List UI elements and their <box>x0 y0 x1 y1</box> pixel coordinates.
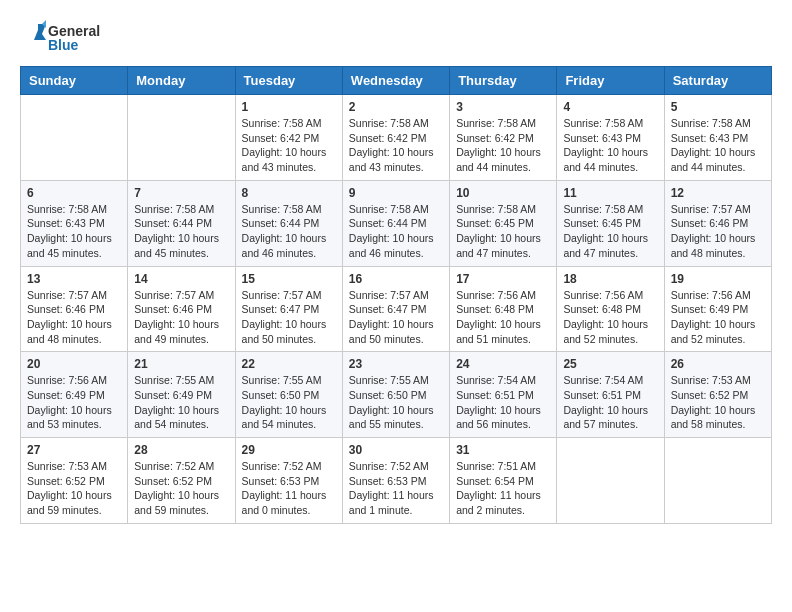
daylight: Daylight: 10 hours and 55 minutes. <box>349 404 434 431</box>
logo-svg: General Blue <box>20 20 110 56</box>
day-info: Sunrise: 7:58 AM Sunset: 6:45 PM Dayligh… <box>456 202 550 261</box>
day-info: Sunrise: 7:58 AM Sunset: 6:42 PM Dayligh… <box>242 116 336 175</box>
daylight: Daylight: 11 hours and 1 minute. <box>349 489 434 516</box>
sunrise: Sunrise: 7:54 AM <box>563 374 643 386</box>
svg-marker-2 <box>34 24 46 40</box>
day-number: 30 <box>349 443 443 457</box>
sunrise: Sunrise: 7:57 AM <box>349 289 429 301</box>
day-number: 11 <box>563 186 657 200</box>
sunrise: Sunrise: 7:54 AM <box>456 374 536 386</box>
calendar-cell <box>21 95 128 181</box>
calendar-cell: 9 Sunrise: 7:58 AM Sunset: 6:44 PM Dayli… <box>342 180 449 266</box>
calendar-week-5: 27 Sunrise: 7:53 AM Sunset: 6:52 PM Dayl… <box>21 438 772 524</box>
weekday-header-friday: Friday <box>557 67 664 95</box>
day-info: Sunrise: 7:53 AM Sunset: 6:52 PM Dayligh… <box>671 373 765 432</box>
day-info: Sunrise: 7:54 AM Sunset: 6:51 PM Dayligh… <box>456 373 550 432</box>
daylight: Daylight: 10 hours and 45 minutes. <box>27 232 112 259</box>
sunset: Sunset: 6:49 PM <box>27 389 105 401</box>
calendar-week-1: 1 Sunrise: 7:58 AM Sunset: 6:42 PM Dayli… <box>21 95 772 181</box>
sunset: Sunset: 6:52 PM <box>134 475 212 487</box>
calendar-week-2: 6 Sunrise: 7:58 AM Sunset: 6:43 PM Dayli… <box>21 180 772 266</box>
calendar-cell: 22 Sunrise: 7:55 AM Sunset: 6:50 PM Dayl… <box>235 352 342 438</box>
sunset: Sunset: 6:45 PM <box>563 217 641 229</box>
day-number: 6 <box>27 186 121 200</box>
sunset: Sunset: 6:54 PM <box>456 475 534 487</box>
sunrise: Sunrise: 7:58 AM <box>456 117 536 129</box>
calendar-cell: 4 Sunrise: 7:58 AM Sunset: 6:43 PM Dayli… <box>557 95 664 181</box>
day-info: Sunrise: 7:56 AM Sunset: 6:48 PM Dayligh… <box>456 288 550 347</box>
daylight: Daylight: 10 hours and 49 minutes. <box>134 318 219 345</box>
daylight: Daylight: 11 hours and 0 minutes. <box>242 489 327 516</box>
daylight: Daylight: 10 hours and 51 minutes. <box>456 318 541 345</box>
day-info: Sunrise: 7:57 AM Sunset: 6:47 PM Dayligh… <box>242 288 336 347</box>
calendar-cell: 6 Sunrise: 7:58 AM Sunset: 6:43 PM Dayli… <box>21 180 128 266</box>
day-info: Sunrise: 7:58 AM Sunset: 6:44 PM Dayligh… <box>242 202 336 261</box>
weekday-header-sunday: Sunday <box>21 67 128 95</box>
day-info: Sunrise: 7:58 AM Sunset: 6:43 PM Dayligh… <box>671 116 765 175</box>
calendar-cell: 1 Sunrise: 7:58 AM Sunset: 6:42 PM Dayli… <box>235 95 342 181</box>
sunrise: Sunrise: 7:57 AM <box>27 289 107 301</box>
sunset: Sunset: 6:51 PM <box>563 389 641 401</box>
sunset: Sunset: 6:47 PM <box>242 303 320 315</box>
day-number: 14 <box>134 272 228 286</box>
day-info: Sunrise: 7:57 AM Sunset: 6:47 PM Dayligh… <box>349 288 443 347</box>
daylight: Daylight: 10 hours and 43 minutes. <box>349 146 434 173</box>
daylight: Daylight: 10 hours and 53 minutes. <box>27 404 112 431</box>
daylight: Daylight: 10 hours and 48 minutes. <box>671 232 756 259</box>
day-number: 28 <box>134 443 228 457</box>
logo: General Blue <box>20 20 110 56</box>
weekday-header-saturday: Saturday <box>664 67 771 95</box>
daylight: Daylight: 10 hours and 44 minutes. <box>671 146 756 173</box>
day-info: Sunrise: 7:57 AM Sunset: 6:46 PM Dayligh… <box>134 288 228 347</box>
day-info: Sunrise: 7:58 AM Sunset: 6:43 PM Dayligh… <box>27 202 121 261</box>
day-number: 20 <box>27 357 121 371</box>
daylight: Daylight: 10 hours and 57 minutes. <box>563 404 648 431</box>
daylight: Daylight: 10 hours and 50 minutes. <box>349 318 434 345</box>
calendar-cell: 25 Sunrise: 7:54 AM Sunset: 6:51 PM Dayl… <box>557 352 664 438</box>
day-number: 24 <box>456 357 550 371</box>
sunset: Sunset: 6:50 PM <box>242 389 320 401</box>
sunrise: Sunrise: 7:58 AM <box>242 203 322 215</box>
daylight: Daylight: 10 hours and 56 minutes. <box>456 404 541 431</box>
sunset: Sunset: 6:42 PM <box>242 132 320 144</box>
sunrise: Sunrise: 7:52 AM <box>242 460 322 472</box>
day-number: 16 <box>349 272 443 286</box>
sunset: Sunset: 6:42 PM <box>349 132 427 144</box>
sunset: Sunset: 6:48 PM <box>563 303 641 315</box>
sunrise: Sunrise: 7:56 AM <box>563 289 643 301</box>
day-info: Sunrise: 7:55 AM Sunset: 6:50 PM Dayligh… <box>349 373 443 432</box>
sunrise: Sunrise: 7:56 AM <box>27 374 107 386</box>
weekday-header-wednesday: Wednesday <box>342 67 449 95</box>
sunset: Sunset: 6:53 PM <box>349 475 427 487</box>
sunrise: Sunrise: 7:58 AM <box>563 203 643 215</box>
sunset: Sunset: 6:46 PM <box>134 303 212 315</box>
calendar-cell: 18 Sunrise: 7:56 AM Sunset: 6:48 PM Dayl… <box>557 266 664 352</box>
sunrise: Sunrise: 7:58 AM <box>242 117 322 129</box>
calendar-cell: 31 Sunrise: 7:51 AM Sunset: 6:54 PM Dayl… <box>450 438 557 524</box>
daylight: Daylight: 10 hours and 50 minutes. <box>242 318 327 345</box>
calendar-cell: 27 Sunrise: 7:53 AM Sunset: 6:52 PM Dayl… <box>21 438 128 524</box>
sunset: Sunset: 6:53 PM <box>242 475 320 487</box>
sunrise: Sunrise: 7:53 AM <box>671 374 751 386</box>
calendar-cell: 11 Sunrise: 7:58 AM Sunset: 6:45 PM Dayl… <box>557 180 664 266</box>
calendar-cell: 3 Sunrise: 7:58 AM Sunset: 6:42 PM Dayli… <box>450 95 557 181</box>
daylight: Daylight: 10 hours and 45 minutes. <box>134 232 219 259</box>
calendar-week-3: 13 Sunrise: 7:57 AM Sunset: 6:46 PM Dayl… <box>21 266 772 352</box>
day-number: 13 <box>27 272 121 286</box>
weekday-header-monday: Monday <box>128 67 235 95</box>
sunrise: Sunrise: 7:55 AM <box>349 374 429 386</box>
day-info: Sunrise: 7:53 AM Sunset: 6:52 PM Dayligh… <box>27 459 121 518</box>
sunrise: Sunrise: 7:57 AM <box>671 203 751 215</box>
calendar-cell: 10 Sunrise: 7:58 AM Sunset: 6:45 PM Dayl… <box>450 180 557 266</box>
sunset: Sunset: 6:47 PM <box>349 303 427 315</box>
day-info: Sunrise: 7:52 AM Sunset: 6:53 PM Dayligh… <box>242 459 336 518</box>
day-info: Sunrise: 7:58 AM Sunset: 6:42 PM Dayligh… <box>349 116 443 175</box>
calendar-cell: 8 Sunrise: 7:58 AM Sunset: 6:44 PM Dayli… <box>235 180 342 266</box>
day-info: Sunrise: 7:55 AM Sunset: 6:49 PM Dayligh… <box>134 373 228 432</box>
day-number: 19 <box>671 272 765 286</box>
sunset: Sunset: 6:50 PM <box>349 389 427 401</box>
sunrise: Sunrise: 7:56 AM <box>456 289 536 301</box>
sunrise: Sunrise: 7:58 AM <box>671 117 751 129</box>
day-number: 1 <box>242 100 336 114</box>
sunrise: Sunrise: 7:51 AM <box>456 460 536 472</box>
